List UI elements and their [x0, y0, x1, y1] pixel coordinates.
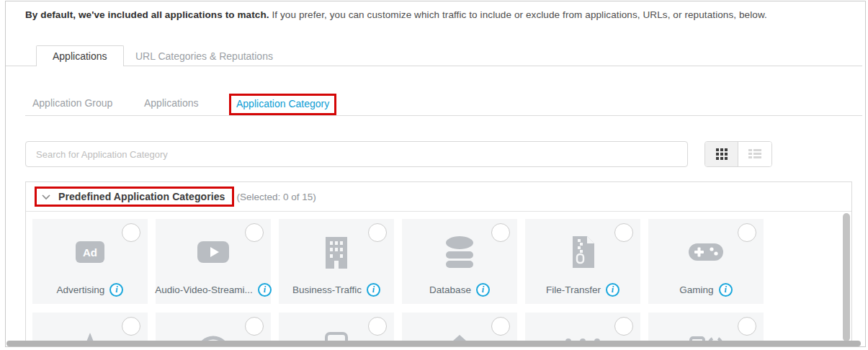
subtab-applications[interactable]: Applications	[144, 97, 199, 109]
info-icon[interactable]: i	[258, 283, 272, 297]
info-icon[interactable]: i	[367, 283, 380, 297]
dots-icon	[525, 327, 640, 341]
intro-bold: By default, we've included all applicati…	[25, 9, 269, 20]
tab-applications[interactable]: Applications	[36, 45, 124, 66]
window-code-icon	[648, 327, 764, 341]
category-card-advertising[interactable]: Ad Advertising i	[32, 219, 148, 304]
gamepad-icon	[648, 233, 764, 271]
list-view-button[interactable]	[738, 142, 771, 166]
ad-badge-icon: Ad	[32, 233, 148, 271]
grid-view-button[interactable]	[705, 142, 738, 166]
intro-text: By default, we've included all applicati…	[25, 9, 854, 20]
rounded-square-icon	[279, 327, 394, 341]
search-input[interactable]	[25, 141, 688, 167]
annotation-red-box: Application Category	[229, 94, 336, 115]
annotation-red-box: Predefined Application Categories	[35, 187, 234, 207]
vertical-scrollbar[interactable]	[843, 213, 850, 341]
category-card-partial[interactable]	[402, 313, 517, 341]
selected-count: (Selected: 0 of 15)	[237, 192, 316, 202]
zip-file-icon	[525, 233, 640, 271]
play-video-icon	[156, 233, 271, 271]
category-label: Database	[429, 284, 471, 295]
intro-rest: If you prefer, you can customize which t…	[269, 9, 767, 20]
category-card-partial[interactable]	[279, 313, 394, 341]
view-toggle	[704, 141, 772, 167]
tab-url-categories[interactable]: URL Categories & Reputations	[122, 45, 286, 66]
category-card-audio-video-streaming[interactable]: Audio-Video-Streami... i	[156, 219, 271, 304]
section-title: Predefined Application Categories	[58, 191, 225, 202]
subtab-application-group[interactable]: Application Group	[32, 97, 112, 109]
info-icon[interactable]: i	[719, 283, 733, 297]
subtab-application-category[interactable]: Application Category	[236, 98, 329, 109]
chevron-down-icon[interactable]	[41, 194, 51, 200]
database-icon	[402, 233, 517, 271]
application-match-dialog: By default, we've included all applicati…	[0, 0, 868, 350]
category-card-partial[interactable]	[648, 313, 764, 341]
category-label: Advertising	[57, 284, 105, 295]
category-card-partial[interactable]	[525, 313, 640, 341]
building-icon	[279, 233, 394, 271]
category-card-database[interactable]: Database i	[402, 219, 517, 304]
category-grid: Ad Advertising i Audio-Video-Streami... …	[26, 212, 851, 341]
horizontal-scrollbar[interactable]	[6, 341, 861, 346]
category-label: File-Transfer	[546, 284, 601, 295]
category-card-partial[interactable]	[32, 313, 148, 341]
info-icon[interactable]: i	[476, 283, 490, 297]
section-header[interactable]: Predefined Application Categories (Selec…	[26, 182, 851, 212]
category-card-partial[interactable]	[156, 313, 271, 341]
category-label: Gaming	[679, 284, 713, 295]
info-icon[interactable]: i	[109, 283, 123, 297]
arc-icon	[156, 327, 271, 341]
category-label: Business-Traffic	[292, 284, 362, 295]
category-card-gaming[interactable]: Gaming i	[648, 219, 764, 304]
info-icon[interactable]: i	[606, 283, 619, 297]
home-icon	[402, 327, 517, 341]
grid-view-icon	[716, 148, 728, 160]
category-card-business-traffic[interactable]: Business-Traffic i	[279, 219, 394, 304]
subtab-divider	[25, 115, 862, 116]
svg-text:Ad: Ad	[83, 246, 97, 259]
category-label: Audio-Video-Streami...	[155, 284, 253, 295]
list-view-icon	[748, 149, 761, 159]
mountain-icon	[32, 327, 148, 341]
category-card-file-transfer[interactable]: File-Transfer i	[525, 219, 640, 304]
predefined-categories-panel: Predefined Application Categories (Selec…	[25, 181, 852, 341]
